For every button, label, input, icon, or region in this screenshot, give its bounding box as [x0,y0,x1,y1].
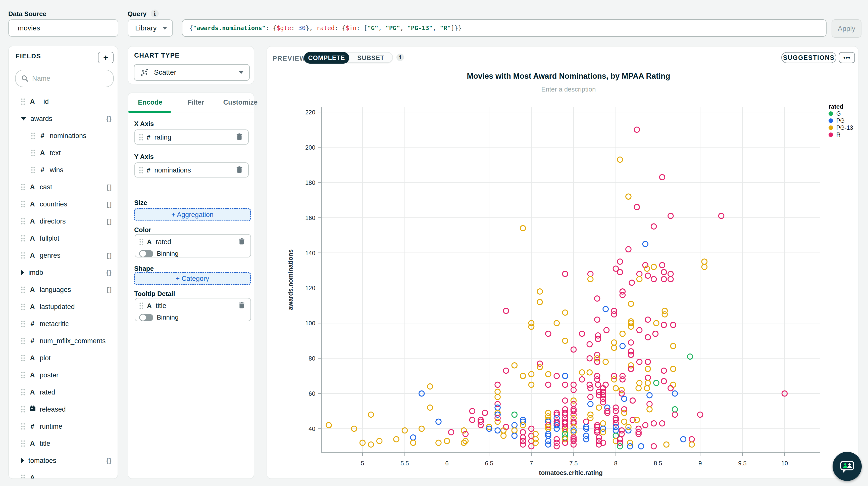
data-point[interactable] [588,386,593,391]
apply-button[interactable]: Apply [832,19,862,38]
data-point[interactable] [651,264,656,269]
data-point[interactable] [427,384,433,389]
data-point[interactable] [662,312,667,317]
data-point[interactable] [495,382,500,388]
data-point[interactable] [603,307,608,312]
data-point[interactable] [668,271,673,277]
data-point[interactable] [595,317,600,322]
field-item-rated[interactable]: Arated [9,384,118,401]
data-point[interactable] [520,430,526,435]
data-point[interactable] [651,277,656,282]
field-item-metacritic[interactable]: #metacritic [9,315,118,333]
data-point[interactable] [622,419,627,424]
data-point[interactable] [587,370,592,375]
field-item-wins[interactable]: #wins [9,162,118,178]
data-point[interactable] [427,405,433,410]
data-point[interactable] [651,421,656,426]
data-point[interactable] [645,317,650,322]
data-point[interactable] [368,442,374,447]
data-point[interactable] [470,417,475,423]
data-point[interactable] [628,340,633,345]
data-point[interactable] [520,423,526,428]
data-point[interactable] [579,331,585,336]
drag-handle-icon[interactable] [21,320,25,327]
field-item-released[interactable]: released [9,401,118,418]
data-point[interactable] [620,331,625,336]
y-axis-field-chip[interactable]: # nominations [134,163,249,177]
field-item-plot[interactable]: Aplot [9,349,118,367]
drag-handle-icon[interactable] [21,252,25,259]
chart-type-select[interactable]: Scatter [134,64,250,81]
expand-icon[interactable] [21,270,24,275]
data-point[interactable] [637,380,642,386]
drag-handle-icon[interactable] [139,238,144,246]
data-point[interactable] [410,440,416,446]
data-point[interactable] [634,127,640,132]
data-point[interactable] [436,419,441,424]
drag-handle-icon[interactable] [21,440,25,447]
field-item-runtime[interactable]: #runtime [9,418,118,435]
data-point[interactable] [628,366,633,372]
data-point[interactable] [595,296,600,301]
data-point[interactable] [600,400,606,405]
field-item-lastupdated[interactable]: Alastupdated [9,298,118,315]
data-point[interactable] [588,271,593,277]
query-info-icon[interactable]: i [151,9,159,18]
data-point[interactable] [627,444,633,449]
drag-handle-icon[interactable] [21,286,25,293]
data-point[interactable] [629,280,634,285]
field-item-num_mflix_comments[interactable]: #num_mflix_comments [9,333,118,349]
data-point[interactable] [554,444,559,449]
data-point[interactable] [512,423,517,428]
data-point[interactable] [537,365,542,370]
data-point[interactable] [647,402,652,407]
data-point[interactable] [622,396,627,402]
data-point[interactable] [628,352,633,358]
data-point[interactable] [620,377,625,382]
query-input[interactable]: {"awards.nominations": {$gte: 30}, rated… [182,19,827,37]
data-point[interactable] [503,308,509,314]
data-point[interactable] [587,382,592,388]
data-point[interactable] [554,373,559,379]
data-point[interactable] [588,402,593,407]
tab-encode[interactable]: Encode [138,98,162,106]
data-point[interactable] [637,327,642,333]
data-point[interactable] [645,359,650,365]
suggestions-button[interactable]: SUGGESTIONS [781,52,836,63]
data-point[interactable] [501,433,506,438]
field-item-partial[interactable]: A [9,469,118,479]
data-point[interactable] [512,363,517,368]
data-point[interactable] [619,431,624,437]
data-point[interactable] [584,419,589,424]
data-point[interactable] [495,405,500,410]
data-point[interactable] [595,382,601,388]
data-point[interactable] [702,259,707,264]
data-point[interactable] [659,421,665,426]
drag-handle-icon[interactable] [21,235,25,242]
data-point[interactable] [377,438,382,444]
data-point[interactable] [546,372,551,377]
data-point[interactable] [643,241,648,247]
data-point[interactable] [620,343,625,349]
data-point[interactable] [672,412,678,417]
data-point[interactable] [546,331,551,336]
data-point[interactable] [537,299,542,305]
data-point[interactable] [562,373,568,379]
delete-icon[interactable] [238,301,245,310]
data-point[interactable] [645,273,650,278]
field-item-genres[interactable]: Agenres[] [9,247,118,264]
data-point[interactable] [644,386,650,391]
data-point[interactable] [600,421,606,426]
data-point[interactable] [604,327,609,333]
data-point[interactable] [671,343,676,349]
data-point[interactable] [587,342,592,347]
data-point[interactable] [634,204,640,210]
field-item-text[interactable]: Atext [9,144,118,162]
data-point[interactable] [562,440,568,446]
data-point[interactable] [595,359,600,365]
data-point[interactable] [394,437,399,442]
data-point[interactable] [651,444,656,449]
data-point[interactable] [326,423,331,428]
drag-handle-icon[interactable] [21,389,25,396]
data-point[interactable] [579,370,585,375]
